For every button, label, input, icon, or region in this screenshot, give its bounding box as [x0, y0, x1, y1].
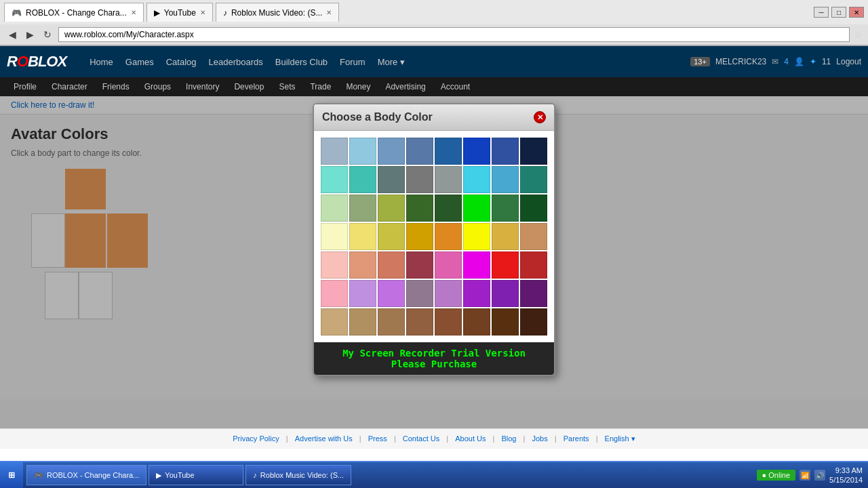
- taskbar-task-music[interactable]: ♪ Roblox Music Video: (S...: [245, 465, 351, 485]
- start-button[interactable]: ⊞: [0, 462, 23, 488]
- tab-music[interactable]: ♪ Roblox Music Video: (S... ✕: [216, 3, 340, 22]
- color-swatch-34[interactable]: [378, 251, 405, 279]
- color-swatch-13[interactable]: [463, 166, 490, 193]
- nav-leaderboards[interactable]: Leaderboards: [203, 54, 269, 70]
- footer-about[interactable]: About Us: [455, 434, 486, 443]
- nav-more[interactable]: More ▾: [372, 54, 410, 70]
- color-swatch-23[interactable]: [520, 195, 547, 222]
- color-swatch-11[interactable]: [406, 166, 433, 193]
- color-swatch-15[interactable]: [520, 166, 547, 193]
- footer-parents[interactable]: Parents: [564, 434, 589, 443]
- color-swatch-44[interactable]: [435, 280, 462, 307]
- sub-nav-inventory[interactable]: Inventory: [179, 81, 226, 93]
- color-swatch-17[interactable]: [349, 195, 376, 222]
- tab-close-roblox[interactable]: ✕: [131, 9, 136, 16]
- color-swatch-16[interactable]: [321, 195, 348, 222]
- color-swatch-22[interactable]: [492, 195, 519, 222]
- color-swatch-10[interactable]: [378, 166, 405, 193]
- sub-nav-character[interactable]: Character: [45, 81, 94, 93]
- nav-catalog[interactable]: Catalog: [161, 54, 202, 70]
- color-swatch-7[interactable]: [520, 138, 547, 165]
- color-swatch-12[interactable]: [435, 166, 462, 193]
- color-swatch-0[interactable]: [321, 138, 348, 165]
- color-swatch-35[interactable]: [406, 251, 433, 279]
- color-swatch-26[interactable]: [378, 223, 405, 250]
- color-swatch-9[interactable]: [349, 166, 376, 193]
- color-swatch-51[interactable]: [406, 308, 433, 336]
- color-swatch-28[interactable]: [435, 223, 462, 250]
- bookmark-icon[interactable]: ☆: [854, 29, 863, 40]
- color-swatch-29[interactable]: [463, 223, 490, 250]
- color-swatch-43[interactable]: [406, 280, 433, 307]
- color-swatch-33[interactable]: [349, 251, 376, 279]
- logout-button[interactable]: Logout: [836, 57, 861, 66]
- color-swatch-31[interactable]: [520, 223, 547, 250]
- tab-close-music[interactable]: ✕: [326, 9, 332, 16]
- sub-nav-friends[interactable]: Friends: [96, 81, 136, 93]
- footer-jobs[interactable]: Jobs: [532, 434, 547, 443]
- nav-games[interactable]: Games: [120, 54, 159, 70]
- color-swatch-21[interactable]: [463, 195, 490, 222]
- sub-nav-profile[interactable]: Profile: [7, 81, 43, 93]
- color-swatch-45[interactable]: [463, 280, 490, 307]
- color-swatch-47[interactable]: [520, 280, 547, 307]
- taskbar-task-youtube[interactable]: ▶ YouTube: [149, 465, 243, 485]
- color-swatch-1[interactable]: [349, 138, 376, 165]
- nav-builders-club[interactable]: Builders Club: [270, 54, 333, 70]
- sub-nav-groups[interactable]: Groups: [138, 81, 178, 93]
- friends-icon[interactable]: 👤: [794, 57, 804, 66]
- color-swatch-18[interactable]: [378, 195, 405, 222]
- footer-press[interactable]: Press: [368, 434, 387, 443]
- back-button[interactable]: ◀: [5, 28, 19, 41]
- footer-contact[interactable]: Contact Us: [403, 434, 439, 443]
- tab-roblox[interactable]: 🎮 ROBLOX - Change Chara... ✕: [4, 3, 144, 22]
- color-swatch-8[interactable]: [321, 166, 348, 193]
- color-swatch-2[interactable]: [378, 138, 405, 165]
- sub-nav-develop[interactable]: Develop: [227, 81, 271, 93]
- color-swatch-53[interactable]: [463, 308, 490, 336]
- footer-english[interactable]: English ▾: [605, 434, 635, 443]
- color-swatch-32[interactable]: [321, 251, 348, 279]
- color-swatch-55[interactable]: [520, 308, 547, 336]
- color-swatch-27[interactable]: [406, 223, 433, 250]
- close-button[interactable]: ✕: [849, 7, 864, 18]
- nav-forum[interactable]: Forum: [334, 54, 371, 70]
- maximize-button[interactable]: □: [831, 7, 846, 18]
- minimize-button[interactable]: ─: [814, 7, 829, 18]
- color-swatch-42[interactable]: [378, 280, 405, 307]
- tab-youtube[interactable]: ▶ YouTube ✕: [146, 3, 213, 22]
- color-swatch-46[interactable]: [492, 280, 519, 307]
- url-input[interactable]: [58, 27, 850, 42]
- color-swatch-19[interactable]: [406, 195, 433, 222]
- footer-privacy-policy[interactable]: Privacy Policy: [233, 434, 279, 443]
- color-swatch-48[interactable]: [321, 308, 348, 336]
- color-swatch-6[interactable]: [492, 138, 519, 165]
- nav-home[interactable]: Home: [84, 54, 119, 70]
- taskbar-task-roblox[interactable]: 🎮 ROBLOX - Change Chara...: [26, 465, 146, 485]
- sub-nav-trade[interactable]: Trade: [303, 81, 338, 93]
- footer-blog[interactable]: Blog: [501, 434, 516, 443]
- color-swatch-37[interactable]: [463, 251, 490, 279]
- color-swatch-49[interactable]: [349, 308, 376, 336]
- sub-nav-advertising[interactable]: Advertising: [378, 81, 432, 93]
- color-swatch-25[interactable]: [349, 223, 376, 250]
- color-swatch-50[interactable]: [378, 308, 405, 336]
- color-swatch-38[interactable]: [492, 251, 519, 279]
- modal-close-button[interactable]: ✕: [534, 111, 546, 123]
- sub-nav-sets[interactable]: Sets: [272, 81, 302, 93]
- forward-button[interactable]: ▶: [23, 28, 37, 41]
- color-swatch-36[interactable]: [435, 251, 462, 279]
- color-swatch-4[interactable]: [435, 138, 462, 165]
- color-swatch-41[interactable]: [349, 280, 376, 307]
- sub-nav-money[interactable]: Money: [339, 81, 377, 93]
- color-swatch-40[interactable]: [321, 280, 348, 307]
- tab-close-yt[interactable]: ✕: [200, 9, 205, 16]
- modal-overlay[interactable]: Choose a Body Color ✕ My Screen Recorder…: [0, 96, 868, 428]
- color-swatch-54[interactable]: [492, 308, 519, 336]
- footer-advertise[interactable]: Advertise with Us: [295, 434, 353, 443]
- color-swatch-20[interactable]: [435, 195, 462, 222]
- color-swatch-52[interactable]: [435, 308, 462, 336]
- color-swatch-24[interactable]: [321, 223, 348, 250]
- color-swatch-14[interactable]: [492, 166, 519, 193]
- color-swatch-39[interactable]: [520, 251, 547, 279]
